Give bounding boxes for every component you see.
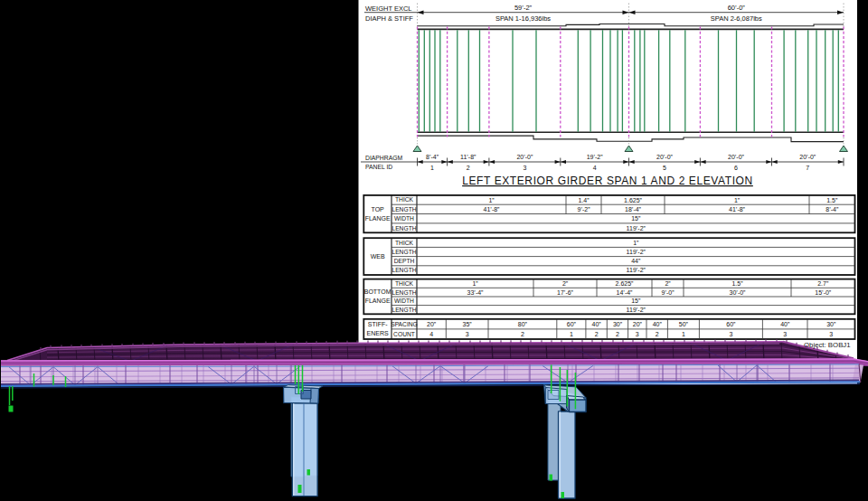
- svg-text:3: 3: [783, 331, 787, 337]
- svg-text:60’-0”: 60’-0”: [728, 4, 746, 12]
- svg-text:LENGTH: LENGTH: [392, 206, 416, 213]
- svg-text:19’-2”: 19’-2”: [587, 154, 604, 160]
- svg-text:1”: 1”: [633, 240, 639, 246]
- svg-text:WIDTH: WIDTH: [394, 215, 414, 222]
- svg-text:ENERS: ENERS: [367, 330, 389, 336]
- svg-text:SPAN 2-6,087lbs: SPAN 2-6,087lbs: [711, 14, 762, 23]
- svg-text:41’-8”: 41’-8”: [729, 206, 746, 213]
- svg-text:THICK: THICK: [395, 280, 414, 287]
- svg-text:40”: 40”: [653, 321, 663, 327]
- svg-text:3: 3: [523, 165, 526, 171]
- svg-text:35”: 35”: [463, 321, 473, 327]
- svg-text:FLANGE: FLANGE: [365, 298, 391, 304]
- svg-text:DIAPHRAGM: DIAPHRAGM: [365, 155, 403, 161]
- svg-text:9’-2”: 9’-2”: [577, 206, 590, 213]
- svg-text:41’-8”: 41’-8”: [484, 206, 501, 213]
- svg-text:4: 4: [593, 165, 597, 171]
- svg-text:1.625”: 1.625”: [624, 197, 643, 203]
- svg-text:LENGTH: LENGTH: [392, 307, 416, 313]
- svg-text:119’-2”: 119’-2”: [627, 307, 646, 313]
- svg-text:20’-0”: 20’-0”: [516, 154, 533, 160]
- svg-text:1”: 1”: [472, 280, 478, 287]
- svg-text:5: 5: [663, 165, 666, 171]
- svg-text:30”: 30”: [613, 321, 623, 327]
- svg-text:15’-0”: 15’-0”: [815, 289, 832, 296]
- svg-text:80”: 80”: [518, 321, 528, 327]
- svg-text:15”: 15”: [631, 215, 641, 222]
- svg-text:1.5”: 1.5”: [731, 280, 743, 287]
- svg-text:1”: 1”: [734, 197, 741, 203]
- svg-text:9’-0”: 9’-0”: [661, 289, 675, 296]
- svg-text:20’-0”: 20’-0”: [656, 154, 674, 160]
- svg-text:BOTTOM: BOTTOM: [364, 288, 392, 295]
- svg-text:2: 2: [616, 331, 619, 337]
- svg-text:WIDTH: WIDTH: [394, 298, 414, 304]
- svg-text:30”: 30”: [826, 321, 836, 327]
- svg-text:50”: 50”: [679, 321, 689, 327]
- svg-text:PANEL ID: PANEL ID: [365, 164, 392, 170]
- svg-text:119’-2”: 119’-2”: [627, 267, 646, 273]
- svg-text:59’-2”: 59’-2”: [514, 4, 533, 12]
- svg-text:119’-2”: 119’-2”: [627, 249, 646, 255]
- svg-text:THICK: THICK: [395, 240, 414, 246]
- svg-text:30’-0”: 30’-0”: [730, 289, 747, 296]
- svg-text:2.625”: 2.625”: [616, 280, 635, 287]
- svg-text:2: 2: [656, 331, 659, 337]
- svg-text:14’-4”: 14’-4”: [617, 289, 634, 296]
- svg-text:18’-4”: 18’-4”: [625, 206, 642, 213]
- svg-text:1: 1: [570, 331, 573, 337]
- svg-text:SPAN 1-16,936lbs: SPAN 1-16,936lbs: [495, 14, 551, 23]
- svg-text:3: 3: [829, 331, 833, 337]
- svg-text:2”: 2”: [562, 280, 569, 287]
- svg-text:WEIGHT EXCL: WEIGHT EXCL: [365, 5, 412, 13]
- svg-text:20’-0”: 20’-0”: [799, 154, 816, 160]
- svg-text:119’-2”: 119’-2”: [627, 225, 646, 232]
- svg-text:8’-4”: 8’-4”: [826, 206, 839, 213]
- svg-text:6: 6: [734, 165, 738, 171]
- svg-text:SPACING: SPACING: [391, 321, 418, 327]
- svg-text:33’-4”: 33’-4”: [467, 289, 485, 296]
- svg-text:1: 1: [682, 331, 685, 337]
- svg-text:2.7”: 2.7”: [817, 280, 829, 287]
- svg-text:FLANGE: FLANGE: [365, 215, 391, 222]
- svg-text:COUNT: COUNT: [393, 331, 415, 337]
- svg-text:40”: 40”: [780, 321, 790, 327]
- svg-text:60”: 60”: [567, 321, 577, 327]
- svg-text:60”: 60”: [726, 321, 736, 327]
- svg-text:20’-0”: 20’-0”: [728, 154, 745, 160]
- svg-text:TOP: TOP: [372, 206, 385, 213]
- svg-text:1.5”: 1.5”: [826, 197, 838, 203]
- svg-text:2: 2: [595, 331, 599, 337]
- svg-text:WEB: WEB: [371, 253, 385, 260]
- svg-text:1.4”: 1.4”: [578, 197, 590, 203]
- svg-text:1”: 1”: [488, 197, 495, 203]
- svg-text:11’-8”: 11’-8”: [460, 154, 476, 160]
- svg-text:THICK: THICK: [395, 196, 414, 203]
- svg-text:3: 3: [729, 331, 732, 337]
- svg-text:LENGTH: LENGTH: [392, 267, 416, 273]
- svg-text:2”: 2”: [665, 280, 671, 287]
- svg-text:LENGTH: LENGTH: [392, 249, 416, 255]
- svg-text:40”: 40”: [592, 321, 602, 327]
- svg-text:DIAPH & STIFF: DIAPH & STIFF: [365, 14, 413, 23]
- svg-text:3: 3: [466, 331, 469, 337]
- svg-text:STIFF-: STIFF-: [368, 321, 388, 327]
- svg-text:15”: 15”: [631, 298, 641, 304]
- svg-text:7: 7: [806, 165, 809, 171]
- svg-text:2: 2: [467, 165, 470, 171]
- svg-text:LENGTH: LENGTH: [392, 225, 416, 232]
- svg-text:Object: BOBJ1: Object: BOBJ1: [804, 341, 851, 349]
- svg-text:20”: 20”: [633, 321, 643, 327]
- svg-text:17’-6”: 17’-6”: [557, 289, 574, 296]
- svg-text:3: 3: [636, 331, 639, 337]
- svg-text:LEFT EXTERIOR GIRDER SPAN 1 AN: LEFT EXTERIOR GIRDER SPAN 1 AND 2 ELEVAT…: [462, 175, 753, 187]
- svg-text:1: 1: [430, 165, 434, 171]
- svg-text:4: 4: [429, 331, 433, 337]
- svg-text:44”: 44”: [631, 258, 641, 264]
- svg-text:DEPTH: DEPTH: [394, 258, 415, 264]
- svg-text:LENGTH: LENGTH: [392, 289, 416, 296]
- svg-text:8’-4”: 8’-4”: [426, 154, 439, 160]
- svg-text:20”: 20”: [427, 321, 437, 327]
- svg-text:2: 2: [521, 331, 524, 337]
